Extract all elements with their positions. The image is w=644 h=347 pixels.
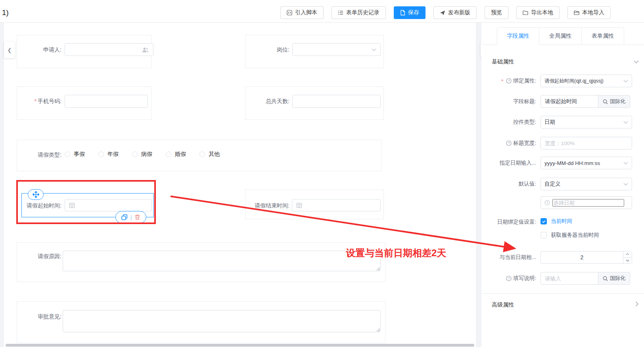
radio-option-marriage[interactable]: 婚假 xyxy=(166,151,186,158)
import-folder-icon xyxy=(574,10,579,15)
approval-textarea[interactable] xyxy=(63,310,381,332)
delete-trash-icon[interactable] xyxy=(134,214,140,220)
tab-form-properties[interactable]: 表单属性 xyxy=(582,27,624,45)
total-days-input[interactable] xyxy=(292,95,381,108)
title-width-input[interactable] xyxy=(540,137,632,150)
textarea-resize-handle[interactable] xyxy=(376,328,380,332)
radio-icon[interactable] xyxy=(199,151,205,157)
applicant-input-field[interactable] xyxy=(69,46,139,53)
help-question-icon[interactable]: ? xyxy=(506,140,512,146)
svg-text:?: ? xyxy=(508,276,510,280)
total-days-input-field[interactable] xyxy=(297,98,376,105)
radio-option-other[interactable]: 其他 xyxy=(199,151,220,158)
phone-input[interactable] xyxy=(65,95,148,108)
panel-tabs: 字段属性 全局属性 表单属性 xyxy=(497,27,624,45)
widget-type-select[interactable]: 日期 xyxy=(540,116,632,128)
widget-type-label: 控件类型: xyxy=(484,119,536,126)
basic-properties-header: 基础属性 xyxy=(492,58,514,65)
copy-icon[interactable] xyxy=(121,214,128,220)
checkbox-checked-icon[interactable] xyxy=(540,218,547,224)
required-asterisk: * xyxy=(501,78,503,84)
server-time-option[interactable]: 获取服务器当前时间 xyxy=(540,232,599,239)
drag-move-handle[interactable] xyxy=(28,189,44,200)
help-question-icon[interactable]: ? xyxy=(506,276,512,281)
move-icon xyxy=(33,191,39,198)
import-local-label: 本地导入 xyxy=(582,9,604,16)
date-diff-input-field[interactable] xyxy=(540,251,632,264)
spinner-up-button[interactable] xyxy=(623,251,632,258)
radio-icon[interactable] xyxy=(65,151,70,157)
date-format-select[interactable]: yyyy-MM-dd HH:mm:ss xyxy=(540,157,632,169)
radio-option-personal[interactable]: 事假 xyxy=(65,151,85,158)
applicant-input[interactable] xyxy=(65,43,153,56)
total-days-label: 总共天数: xyxy=(252,98,289,105)
leave-start-date-input[interactable] xyxy=(65,199,152,211)
phone-label: *手机号码: xyxy=(24,98,61,105)
approval-label: 审批意见: xyxy=(24,313,61,320)
default-date-input-field[interactable] xyxy=(552,199,624,207)
applicant-label: 申请人: xyxy=(24,46,61,54)
svg-text:?: ? xyxy=(508,141,510,145)
chevron-down-icon xyxy=(623,121,628,124)
spinner-down-button[interactable] xyxy=(623,258,632,264)
export-local-button[interactable]: 导出本地 xyxy=(516,6,560,19)
leave-start-label: 请假起始时间: xyxy=(24,202,61,209)
export-local-label: 导出本地 xyxy=(531,9,553,16)
reason-textarea[interactable] xyxy=(63,251,381,271)
horizontal-scrollbar[interactable] xyxy=(6,344,474,347)
date-bind-settings-label: 日期绑定值设置: xyxy=(484,219,536,226)
save-file-icon xyxy=(400,10,405,15)
collapse-left-panel-tab[interactable]: ❮ xyxy=(4,42,15,58)
import-script-button[interactable]: 引入脚本 xyxy=(280,6,324,19)
position-select[interactable] xyxy=(292,43,381,56)
section-expand-chevron-right-icon[interactable] xyxy=(635,301,638,307)
default-date-picker[interactable] xyxy=(540,196,632,209)
radio-icon[interactable] xyxy=(166,151,171,157)
save-button[interactable]: 保存 xyxy=(394,6,426,19)
clock-icon xyxy=(544,200,550,205)
preview-button[interactable]: 预览 xyxy=(485,6,508,19)
leave-end-input-field[interactable] xyxy=(305,202,376,209)
tab-field-properties[interactable]: 字段属性 xyxy=(497,27,539,45)
date-diff-label: 与当前日期相... xyxy=(484,254,536,261)
section-collapse-chevron-down-icon[interactable] xyxy=(634,60,639,63)
field-title-label: 字段标题: xyxy=(484,98,536,105)
form-history-button[interactable]: 表单历史记录 xyxy=(332,6,386,19)
chevron-down-icon xyxy=(623,80,628,82)
publish-button[interactable]: 发布新版 xyxy=(433,6,477,19)
leave-start-input-field[interactable] xyxy=(78,202,148,209)
radio-option-annual[interactable]: 年假 xyxy=(98,151,119,158)
radio-icon[interactable] xyxy=(98,151,104,157)
fill-desc-label: ? 填写说明: xyxy=(484,275,536,282)
annotation-text: 设置与当前日期相差2天 xyxy=(346,247,446,259)
textarea-resize-handle[interactable] xyxy=(376,267,380,270)
i18n-button[interactable]: 国际化 xyxy=(598,272,630,285)
bind-attr-select[interactable]: 请假起始时间(qjt.qj_qjqssj) xyxy=(540,75,632,87)
chevron-down-icon xyxy=(623,183,628,186)
help-question-icon[interactable]: ? xyxy=(506,78,512,84)
publish-plane-icon xyxy=(440,10,445,15)
date-diff-number-input xyxy=(540,251,632,264)
users-icon xyxy=(142,47,149,53)
default-value-select[interactable]: 自定义 xyxy=(540,178,632,190)
title-width-input-field[interactable] xyxy=(541,137,632,149)
phone-input-field[interactable] xyxy=(69,98,144,105)
date-format-label: 指定日期输入... xyxy=(484,159,536,167)
search-icon xyxy=(603,99,608,104)
i18n-button[interactable]: 国际化 xyxy=(598,95,630,108)
current-time-option[interactable]: 当前时间 xyxy=(540,218,572,225)
advanced-properties-header: 高级属性 xyxy=(492,301,514,309)
import-local-button[interactable]: 本地导入 xyxy=(567,6,611,19)
history-list-icon xyxy=(338,10,343,15)
fill-desc-combo: 国际化 xyxy=(540,272,630,285)
field-title-input[interactable] xyxy=(540,95,598,108)
radio-option-sick[interactable]: 病假 xyxy=(132,151,152,158)
chevron-left-icon: ❮ xyxy=(8,47,12,53)
form-designer: 1) 引入脚本 表单历史记录 保存 发布新版 预览 xyxy=(0,0,644,347)
chevron-down-icon xyxy=(623,162,628,165)
radio-icon[interactable] xyxy=(132,151,138,157)
tab-global-properties[interactable]: 全局属性 xyxy=(539,27,582,45)
leave-end-date-input[interactable] xyxy=(292,199,381,211)
checkbox-unchecked-icon[interactable] xyxy=(540,232,547,238)
fill-desc-input[interactable] xyxy=(540,272,598,285)
